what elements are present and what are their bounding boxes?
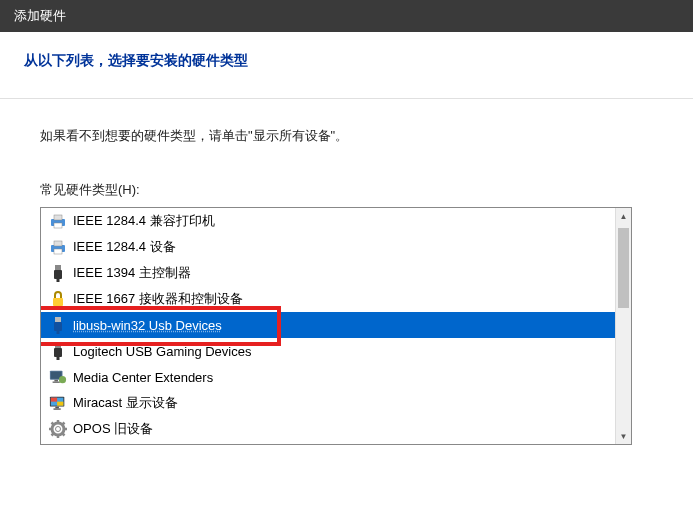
- svg-rect-26: [54, 408, 61, 409]
- list-item-label: Media Center Extenders: [73, 370, 213, 385]
- list-item[interactable]: Miracast 显示设备: [41, 390, 615, 416]
- svg-point-20: [59, 376, 66, 383]
- list-item[interactable]: IEEE 1284.4 兼容打印机: [41, 208, 615, 234]
- svg-rect-12: [57, 331, 60, 334]
- list-item-label: OPOS 旧设备: [73, 420, 153, 438]
- svg-point-28: [56, 427, 61, 432]
- svg-rect-15: [57, 357, 60, 360]
- header-section: 从以下列表，选择要安装的硬件类型: [0, 32, 693, 99]
- scroll-down-arrow[interactable]: ▼: [616, 428, 631, 444]
- monitor-icon: [49, 368, 67, 386]
- list-item-label: IEEE 1284.4 兼容打印机: [73, 212, 215, 230]
- lock-device-icon: [49, 290, 67, 308]
- titlebar: 添加硬件: [0, 0, 693, 32]
- usb-plug-icon: [49, 264, 67, 282]
- list-item-label: Miracast 显示设备: [73, 394, 178, 412]
- svg-line-36: [63, 423, 65, 425]
- svg-rect-18: [54, 380, 58, 382]
- printer-icon: [49, 212, 67, 230]
- svg-rect-25: [55, 407, 59, 409]
- list-label: 常见硬件类型(H):: [40, 181, 653, 199]
- svg-line-33: [52, 423, 54, 425]
- scroll-thumb[interactable]: [618, 228, 629, 308]
- svg-rect-9: [53, 298, 63, 306]
- hardware-type-listbox[interactable]: IEEE 1284.4 兼容打印机IEEE 1284.4 设备IEEE 1394…: [40, 207, 632, 445]
- svg-line-34: [63, 434, 65, 436]
- svg-rect-14: [54, 348, 62, 357]
- list-item[interactable]: libusb-win32 Usb Devices: [41, 312, 615, 338]
- svg-rect-10: [55, 317, 61, 322]
- list-item-label: IEEE 1667 接收器和控制设备: [73, 290, 243, 308]
- page-heading: 从以下列表，选择要安装的硬件类型: [24, 52, 669, 70]
- scroll-up-arrow[interactable]: ▲: [616, 208, 631, 224]
- list-item-label: Logitech USB Gaming Devices: [73, 344, 251, 359]
- svg-rect-5: [54, 249, 62, 254]
- svg-rect-19: [53, 382, 60, 383]
- monitor-color-icon: [49, 394, 67, 412]
- usb-plug-blue-icon: [49, 316, 67, 334]
- svg-rect-6: [55, 265, 61, 270]
- svg-rect-13: [55, 343, 61, 348]
- svg-line-35: [52, 434, 54, 436]
- svg-rect-8: [57, 279, 60, 282]
- list-item[interactable]: OPOS 旧设备: [41, 416, 615, 442]
- list-item[interactable]: IEEE 1394 主控制器: [41, 260, 615, 286]
- gear-icon: [49, 420, 67, 438]
- svg-rect-11: [54, 322, 62, 331]
- svg-rect-2: [54, 223, 62, 228]
- svg-rect-7: [54, 270, 62, 279]
- scrollbar[interactable]: ▲ ▼: [615, 208, 631, 444]
- printer-icon: [49, 238, 67, 256]
- window-title: 添加硬件: [14, 7, 66, 25]
- svg-rect-23: [51, 398, 57, 402]
- list-item[interactable]: Media Center Extenders: [41, 364, 615, 390]
- list-item[interactable]: IEEE 1667 接收器和控制设备: [41, 286, 615, 312]
- svg-rect-24: [57, 402, 63, 406]
- list-item-label: IEEE 1284.4 设备: [73, 238, 176, 256]
- list-item-label: IEEE 1394 主控制器: [73, 264, 191, 282]
- list-item[interactable]: Logitech USB Gaming Devices: [41, 338, 615, 364]
- list-item[interactable]: IEEE 1284.4 设备: [41, 234, 615, 260]
- list-item-label: libusb-win32 Usb Devices: [73, 318, 222, 333]
- svg-rect-4: [54, 241, 62, 246]
- svg-rect-1: [54, 215, 62, 220]
- body-section: 如果看不到想要的硬件类型，请单击"显示所有设备"。 常见硬件类型(H): IEE…: [0, 99, 693, 445]
- instruction-text: 如果看不到想要的硬件类型，请单击"显示所有设备"。: [40, 127, 653, 145]
- usb-plug-icon: [49, 342, 67, 360]
